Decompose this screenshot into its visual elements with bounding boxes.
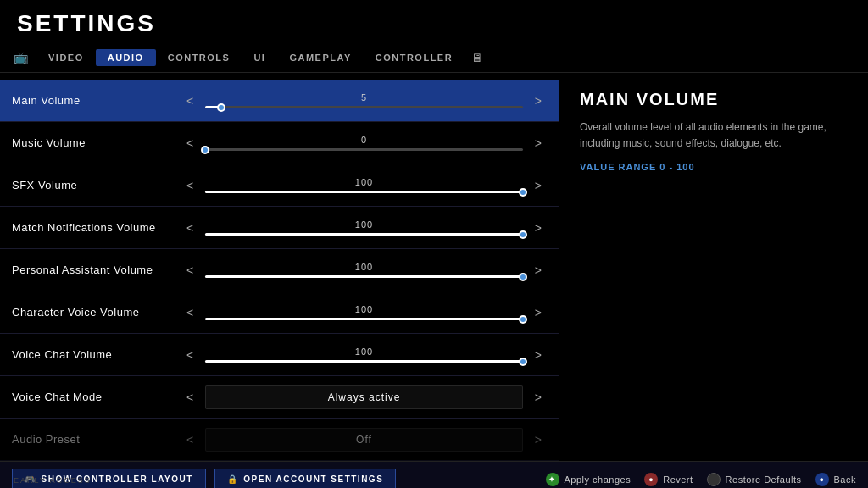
slider-value-match-notif-volume: 100 [355,219,373,230]
setting-control-music-volume: < 0 > [181,133,547,153]
setting-row-sfx-volume: SFX Volume < 100 > [0,164,559,207]
arrow-left-match-notif-volume[interactable]: < [181,218,198,238]
setting-row-main-volume: Main Volume < 5 > [0,80,559,122]
slider-sfx-volume[interactable]: 100 [205,177,523,193]
slider-value-char-voice-volume: 100 [355,304,373,314]
tab-controls[interactable]: CONTROLS [156,49,242,66]
setting-label-music-volume: Music Volume [12,136,181,149]
slider-voice-chat-volume[interactable]: 100 [205,347,523,363]
setting-label-char-voice-volume: Character Voice Volume [12,306,181,319]
arrow-right-voice-chat-mode[interactable]: > [530,387,547,408]
slider-value-personal-asst-volume: 100 [355,262,373,272]
restore-circle: — [707,473,721,486]
arrow-right-audio-preset: > [530,430,547,450]
setting-control-personal-asst-volume: < 100 > [181,260,547,280]
revert-circle: ● [644,473,658,486]
arrow-left-personal-asst-volume[interactable]: < [181,260,198,280]
slider-main-volume[interactable]: 5 [205,92,523,108]
revert-label: Revert [663,474,693,485]
setting-control-voice-chat-volume: < 100 > [181,345,547,365]
slider-value-main-volume: 5 [361,92,367,103]
arrow-right-main-volume[interactable]: > [530,91,547,111]
setting-row-match-notif-volume: Match Notifications Volume < 100 > [0,207,559,249]
slider-personal-asst-volume[interactable]: 100 [205,262,523,278]
setting-control-match-notif-volume: < 100 > [181,218,547,238]
info-panel: MAIN VOLUME Overall volume level of all … [559,73,868,461]
open-account-label: OPEN ACCOUNT SETTINGS [243,474,383,484]
setting-control-main-volume: < 5 > [181,91,547,111]
open-account-button[interactable]: 🔒 OPEN ACCOUNT SETTINGS [214,469,397,488]
apply-circle: ✦ [546,473,559,486]
setting-row-voice-chat-volume: Voice Chat Volume < 100 > [0,334,559,376]
bottom-bar: 🎮 SHOW CONTROLLER LAYOUT 🔒 OPEN ACCOUNT … [0,461,868,488]
arrow-left-sfx-volume[interactable]: < [181,175,198,196]
tab-icon-monitor: 🖥 [471,51,483,64]
apply-changes-action[interactable]: ✦ Apply changes [546,473,632,486]
slider-value-sfx-volume: 100 [355,177,373,187]
slider-value-voice-chat-volume: 100 [355,347,373,357]
setting-label-main-volume: Main Volume [12,94,181,107]
bottom-right-actions: ✦ Apply changes ● Revert — Restore Defau… [546,473,856,486]
early-access-label: EARLY ACCESS [14,476,92,485]
account-icon: 🔒 [227,474,239,484]
tab-controller[interactable]: CONTROLLER [364,49,465,66]
slider-music-volume[interactable]: 0 [205,135,523,151]
arrow-left-main-volume[interactable]: < [181,91,198,111]
setting-control-audio-preset: < Off > [181,428,547,452]
tab-gameplay[interactable]: GAMEPLAY [277,49,363,66]
revert-action[interactable]: ● Revert [644,473,693,486]
audio-preset-value: Off [205,428,523,452]
setting-label-match-notif-volume: Match Notifications Volume [12,221,181,234]
back-circle: ● [815,473,829,486]
setting-row-music-volume: Music Volume < 0 > [0,122,559,164]
arrow-right-music-volume[interactable]: > [530,133,547,153]
page-title: SETTINGS [0,0,868,42]
setting-row-char-voice-volume: Character Voice Volume < 100 > [0,291,559,334]
arrow-left-char-voice-volume[interactable]: < [181,302,198,323]
info-panel-description: Overall volume level of all audio elemen… [580,119,848,152]
arrow-right-sfx-volume[interactable]: > [530,175,547,196]
setting-control-voice-chat-mode: < Always active > [181,385,547,409]
setting-label-voice-chat-mode: Voice Chat Mode [12,391,181,403]
setting-row-audio-preset: Audio Preset < Off > [0,419,559,461]
setting-control-char-voice-volume: < 100 > [181,302,547,323]
info-panel-title: MAIN VOLUME [580,90,848,109]
arrow-right-personal-asst-volume[interactable]: > [530,260,547,280]
tab-video[interactable]: VIDEO [36,49,96,66]
slider-char-voice-volume[interactable]: 100 [205,304,523,320]
back-action[interactable]: ● Back [815,473,856,486]
arrow-left-music-volume[interactable]: < [181,133,198,153]
tab-icon-tv: 📺 [14,51,28,64]
arrow-left-voice-chat-volume[interactable]: < [181,345,198,365]
arrow-left-voice-chat-mode[interactable]: < [181,387,198,408]
info-panel-range: VALUE RANGE 0 - 100 [580,162,848,172]
tab-audio[interactable]: AUDIO [96,49,156,66]
setting-label-sfx-volume: SFX Volume [12,179,181,191]
tab-ui[interactable]: UI [242,49,277,66]
setting-label-personal-asst-volume: Personal Assistant Volume [12,263,181,276]
settings-list: Main Volume < 5 > Music Volume < 0 [0,73,559,461]
setting-label-voice-chat-volume: Voice Chat Volume [12,348,181,361]
arrow-right-match-notif-volume[interactable]: > [530,218,547,238]
apply-label: Apply changes [565,474,632,485]
back-label: Back [834,474,856,485]
restore-label: Restore Defaults [726,474,802,485]
restore-defaults-action[interactable]: — Restore Defaults [707,473,802,486]
tabs-bar: 📺 VIDEO AUDIO CONTROLS UI GAMEPLAY CONTR… [0,42,868,73]
setting-row-personal-asst-volume: Personal Assistant Volume < 100 > [0,249,559,291]
setting-label-audio-preset: Audio Preset [12,433,181,446]
setting-control-sfx-volume: < 100 > [181,175,547,196]
slider-match-notif-volume[interactable]: 100 [205,219,523,236]
arrow-left-audio-preset: < [181,430,198,450]
main-content: Main Volume < 5 > Music Volume < 0 [0,73,868,461]
slider-value-music-volume: 0 [361,135,367,145]
arrow-right-voice-chat-volume[interactable]: > [530,345,547,365]
setting-row-voice-chat-mode: Voice Chat Mode < Always active > [0,376,559,419]
arrow-right-char-voice-volume[interactable]: > [530,302,547,323]
voice-chat-mode-value: Always active [205,385,523,409]
